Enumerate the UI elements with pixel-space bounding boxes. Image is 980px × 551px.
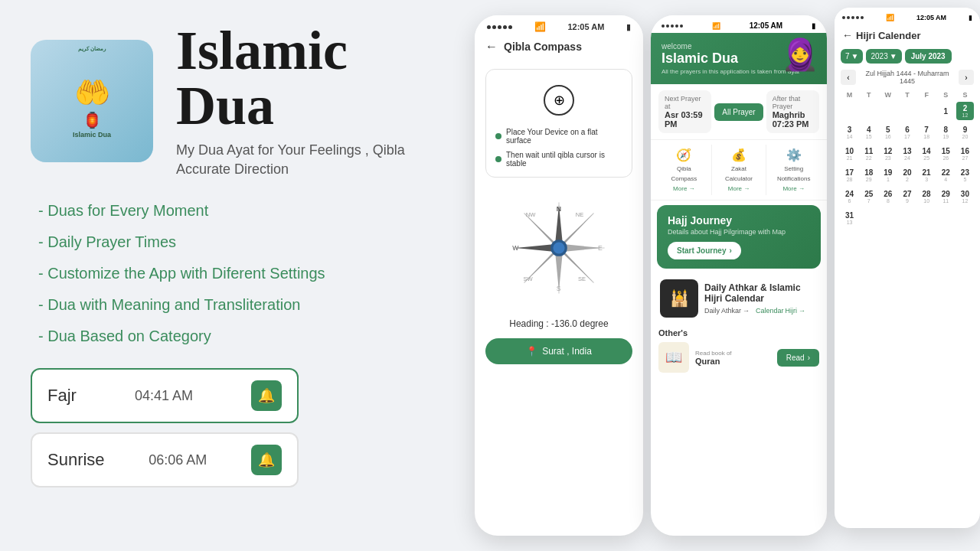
- cal-cell-w5-5[interactable]: 28 10: [918, 187, 936, 206]
- cal-cell-empty-5: [918, 102, 936, 120]
- cal-cell-w3-6[interactable]: 15 26: [937, 145, 955, 163]
- cal-cell-w3-5[interactable]: 14 25: [918, 145, 936, 163]
- cal-cell-empty-2: [860, 102, 877, 120]
- calendar-title: Hijri Calender: [856, 30, 921, 41]
- cal-cell-1[interactable]: 1: [937, 102, 955, 120]
- cal-cell-2-today[interactable]: 2 12: [956, 102, 974, 120]
- features-icons-row: 🧭 Qibla Compass More → 💰 Zakat Calculato…: [651, 139, 827, 201]
- calendar-back-arrow-icon[interactable]: ←: [842, 29, 853, 41]
- zakat-more-link[interactable]: More →: [728, 185, 750, 192]
- cal-wifi-icon: 📶: [886, 14, 894, 21]
- cal-cell-w5-3[interactable]: 26 8: [879, 187, 897, 206]
- prev-prayer-label: Next Prayer at: [665, 95, 705, 110]
- compass-instructions-box: ⊕ Place Your Device on a flat surface Th…: [485, 69, 632, 178]
- all-prayer-button[interactable]: All Prayer: [714, 103, 763, 121]
- p2-dot-4: [675, 24, 678, 28]
- setting-more-link[interactable]: More →: [782, 185, 804, 192]
- month-button[interactable]: July 2023: [905, 49, 952, 64]
- day-selector[interactable]: 7 ▼: [841, 49, 863, 64]
- signal-dot-1: [487, 25, 491, 29]
- p2-dot-5: [680, 24, 683, 28]
- day-chevron-icon: ▼: [851, 52, 859, 60]
- cal-cell-w4-1[interactable]: 17 28: [841, 166, 858, 184]
- daily-athkar-link[interactable]: Daily Athkar →: [704, 307, 750, 315]
- qibla-icon-item[interactable]: 🧭 Qibla Compass More →: [657, 145, 712, 195]
- setting-icon-item[interactable]: ⚙️ Setting Notifications More →: [766, 145, 821, 195]
- instruction-1: Place Your Device on a flat surface: [495, 128, 622, 145]
- p2-dot-1: [662, 24, 665, 28]
- calendar-phone-mockup: 📶 12:05 AM ▮ ← Hijri Calender 7 ▼ 2023 ▼…: [835, 8, 980, 528]
- read-button[interactable]: Read ›: [777, 349, 819, 367]
- cal-cell-w3-7[interactable]: 16 27: [956, 145, 974, 163]
- location-button[interactable]: 📍 Surat , India: [485, 338, 632, 364]
- svg-text:E: E: [598, 244, 603, 252]
- cal-dot-5: [861, 16, 864, 19]
- hijri-calendar-link[interactable]: Calendar Hijri →: [756, 307, 805, 315]
- signal-dot-4: [503, 25, 507, 29]
- cal-cell-w2-4[interactable]: 6 17: [898, 123, 916, 142]
- cal-cell-w5-1[interactable]: 24 6: [841, 187, 858, 206]
- cal-cell-w4-4[interactable]: 20 2: [898, 166, 916, 184]
- cal-cell-w5-6[interactable]: 29 11: [937, 187, 955, 206]
- cal-cell-w4-7[interactable]: 23 5: [956, 166, 974, 184]
- cal-cell-w4-3[interactable]: 19 1: [879, 166, 897, 184]
- cal-cell-w6-1[interactable]: 31 13: [841, 209, 858, 227]
- qibla-more-link[interactable]: More →: [673, 185, 694, 192]
- phone1-signal-dots: [487, 25, 512, 29]
- cal-cell-w2-5[interactable]: 7 18: [918, 123, 936, 142]
- calendar-week-2: 3 14 4 15 5 16 6 17 7 18 8 19: [835, 122, 980, 143]
- cal-num-2: 2: [963, 104, 968, 112]
- location-pin-icon: 📍: [526, 346, 537, 357]
- cal-cell-w5-4[interactable]: 27 9: [898, 187, 916, 206]
- cal-cell-w2-1[interactable]: 3 14: [841, 123, 858, 142]
- cal-battery-icon: ▮: [969, 14, 972, 21]
- start-journey-button[interactable]: Start Journey ›: [668, 242, 741, 259]
- fajr-name: Fajr: [47, 386, 77, 406]
- fajr-time: 04:41 AM: [135, 388, 193, 404]
- sunrise-bell-button[interactable]: 🔔: [251, 445, 282, 475]
- cal-cell-w3-4[interactable]: 13 24: [898, 145, 916, 163]
- cal-cell-empty-4: [898, 102, 916, 120]
- instruction-2: Then wait until qibla cursor is stable: [495, 151, 622, 168]
- calendar-prev-button[interactable]: ‹: [841, 70, 856, 85]
- header-area: رمضان كريم 🤲 🏮 Islamic Dua Islamic Dua M…: [31, 23, 444, 179]
- athkar-info: Daily Athkar & Islamic Hijri Calendar Da…: [704, 282, 818, 315]
- feature-item-3: - Customize the App with Diferent Settin…: [38, 265, 444, 282]
- green-banner: welcome Islamic Dua All the prayers in t…: [651, 33, 827, 84]
- logo-app-label: Islamic Dua: [73, 131, 111, 139]
- cal-cell-w5-7[interactable]: 30 12: [956, 187, 974, 206]
- phone1-status-bar: 📶 12:05 AM ▮: [475, 15, 643, 35]
- phone1-battery-icon: ▮: [626, 22, 631, 32]
- calendar-next-button[interactable]: ›: [959, 70, 974, 85]
- zakat-icon-item[interactable]: 💰 Zakat Calculator More →: [712, 145, 767, 195]
- svg-point-13: [553, 242, 564, 253]
- calendar-label: Calendar: [756, 307, 784, 315]
- cal-sub-2: 12: [962, 112, 969, 118]
- cal-cell-w3-2[interactable]: 11 22: [860, 145, 877, 163]
- fajr-bell-button[interactable]: 🔔: [251, 380, 282, 411]
- cal-cell-w5-2[interactable]: 25 7: [860, 187, 877, 206]
- main-phone-section: 📶 12:05 AM ▮ welcome Islamic Dua All the…: [643, 0, 827, 551]
- cal-cell-w3-1[interactable]: 10 21: [841, 145, 858, 163]
- cal-cell-w2-2[interactable]: 4 15: [860, 123, 877, 142]
- cal-cell-w3-3[interactable]: 12 23: [879, 145, 897, 163]
- title-area: Islamic Dua My Dua Ayat for Your Feeling…: [176, 23, 444, 179]
- prev-prayer-time: Asr 03:59 PM: [665, 110, 705, 129]
- quran-info: Read book of Quran: [695, 350, 771, 366]
- hajj-subtitle: Details about Hajj Pilgrimage with Map: [668, 228, 810, 236]
- phone1-back-arrow-icon[interactable]: ←: [485, 40, 498, 54]
- instruction-text-2: Then wait until qibla cursor is stable: [506, 151, 622, 168]
- svg-text:W: W: [512, 244, 519, 252]
- cal-cell-w2-6[interactable]: 8 19: [937, 123, 955, 142]
- year-selector[interactable]: 2023 ▼: [866, 49, 901, 64]
- cal-cell-w4-5[interactable]: 21 3: [918, 166, 936, 184]
- year-label: 2023: [871, 52, 887, 60]
- cal-cell-w2-7[interactable]: 9 20: [956, 123, 974, 142]
- phone1-wifi-icon: 📶: [534, 21, 546, 32]
- green-dot-2: [495, 156, 501, 162]
- compass-visual-area: N S E W NE SE NW SW: [485, 187, 632, 309]
- cal-cell-w2-3[interactable]: 5 16: [879, 123, 897, 142]
- day-label-f: F: [918, 91, 936, 99]
- cal-cell-w4-6[interactable]: 22 4: [937, 166, 955, 184]
- cal-cell-w4-2[interactable]: 18 29: [860, 166, 877, 184]
